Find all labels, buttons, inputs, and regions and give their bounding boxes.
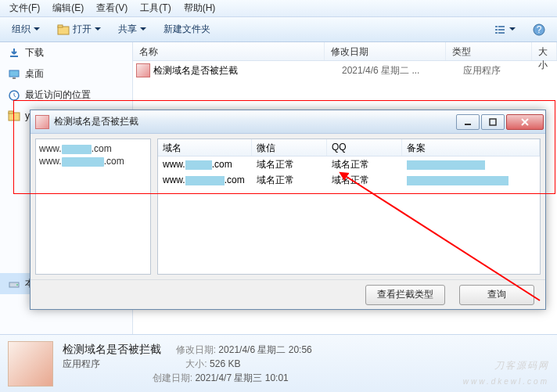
- grid-row[interactable]: www..com 域名正常 域名正常: [158, 156, 540, 172]
- drive-icon: [8, 278, 20, 290]
- close-icon: [520, 117, 530, 127]
- svg-point-16: [16, 284, 18, 286]
- chevron-down-icon: [509, 27, 516, 34]
- app-icon: [136, 63, 150, 77]
- grid-row[interactable]: www..com 域名正常 域名正常: [158, 172, 540, 188]
- chevron-down-icon: [95, 27, 101, 34]
- open-icon: [57, 23, 70, 36]
- recent-icon: [8, 89, 20, 102]
- new-folder-button[interactable]: 新建文件夹: [156, 20, 217, 39]
- svg-rect-2: [495, 26, 498, 27]
- dialog-titlebar[interactable]: 检测域名是否被拦截: [31, 110, 545, 134]
- watermark: 刀客源码网www.dkewl.com: [463, 357, 549, 389]
- col-date[interactable]: 修改日期: [325, 42, 446, 60]
- minimize-icon: [464, 118, 472, 126]
- col-type[interactable]: 类型: [446, 42, 532, 60]
- chevron-down-icon: [140, 27, 146, 34]
- download-icon: [8, 47, 20, 59]
- file-row[interactable]: 检测域名是否被拦截 2021/4/6 星期二 ... 应用程序: [133, 61, 557, 80]
- minimize-button[interactable]: [456, 114, 480, 130]
- menu-help[interactable]: 帮助(H): [178, 0, 222, 16]
- svg-rect-10: [9, 70, 19, 77]
- domain-check-dialog: 检测域名是否被拦截 www.xx.com www.xx.com 域名 微信 QQ…: [30, 110, 546, 310]
- svg-rect-18: [490, 119, 496, 125]
- col-size[interactable]: 大小: [532, 42, 557, 60]
- grid-header[interactable]: 域名 微信 QQ 备案: [158, 139, 540, 156]
- svg-rect-6: [495, 32, 498, 34]
- col-qq[interactable]: QQ: [327, 139, 402, 156]
- app-icon: [35, 115, 49, 129]
- domain-input-list[interactable]: www.xx.com www.xx.com: [35, 138, 151, 275]
- file-thumbnail: [8, 341, 53, 387]
- view-options-button[interactable]: [487, 20, 523, 39]
- detail-type: 应用程序: [63, 358, 100, 369]
- dialog-footer: 查看拦截类型 查询: [31, 279, 545, 309]
- file-details: 检测域名是否被拦截 修改日期: 2021/4/6 星期二 20:56 应用程序 …: [63, 342, 312, 385]
- maximize-icon: [489, 118, 497, 126]
- desktop-icon: [8, 68, 20, 81]
- menu-file[interactable]: 文件(F): [3, 0, 46, 16]
- help-icon: ?: [533, 23, 545, 36]
- col-icp[interactable]: 备案: [402, 139, 540, 156]
- col-domain[interactable]: 域名: [158, 139, 252, 156]
- maximize-button[interactable]: [481, 114, 505, 130]
- chevron-down-icon: [34, 27, 40, 34]
- help-button[interactable]: ?: [526, 20, 552, 39]
- svg-rect-7: [498, 32, 505, 34]
- share-button[interactable]: 共享: [111, 20, 153, 39]
- menu-tools[interactable]: 工具(T): [134, 0, 177, 16]
- menu-edit[interactable]: 编辑(E): [46, 0, 90, 16]
- toolbar: 组织 打开 共享 新建文件夹 ?: [0, 17, 557, 42]
- open-button[interactable]: 打开: [50, 20, 108, 39]
- svg-rect-4: [495, 29, 498, 31]
- svg-rect-1: [58, 25, 63, 27]
- col-wechat[interactable]: 微信: [252, 139, 327, 156]
- detail-name: 检测域名是否被拦截: [63, 343, 161, 355]
- view-block-type-button[interactable]: 查看拦截类型: [365, 285, 445, 305]
- organize-button[interactable]: 组织: [5, 20, 47, 39]
- svg-rect-11: [13, 77, 16, 79]
- folder-icon: [8, 110, 20, 122]
- list-icon: [494, 23, 506, 36]
- result-grid: 域名 微信 QQ 备案 www..com 域名正常 域名正常 www..com …: [157, 138, 541, 275]
- close-button[interactable]: [506, 114, 544, 130]
- menu-view[interactable]: 查看(V): [90, 0, 134, 16]
- list-header[interactable]: 名称 修改日期 类型 大小: [133, 42, 557, 61]
- nav-desktop[interactable]: 桌面: [0, 63, 132, 85]
- query-button[interactable]: 查询: [459, 285, 534, 305]
- col-name[interactable]: 名称: [133, 42, 325, 60]
- svg-rect-14: [9, 111, 13, 113]
- nav-recent[interactable]: 最近访问的位置: [0, 85, 132, 106]
- svg-text:?: ?: [537, 24, 542, 35]
- svg-rect-5: [498, 29, 505, 31]
- svg-rect-3: [498, 26, 505, 27]
- dialog-title: 检测域名是否被拦截: [54, 115, 455, 128]
- menu-bar: 文件(F) 编辑(E) 查看(V) 工具(T) 帮助(H): [0, 0, 557, 17]
- nav-downloads[interactable]: 下载: [0, 42, 132, 63]
